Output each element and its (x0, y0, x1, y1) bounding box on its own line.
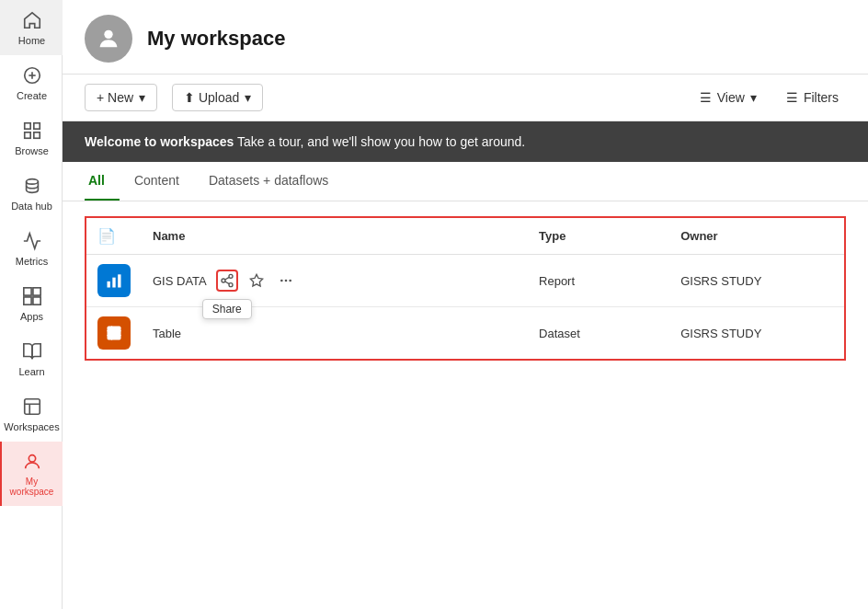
svg-rect-15 (108, 282, 110, 288)
myworkspace-icon (21, 451, 43, 473)
row1-name-group: GIS DATA Share (153, 270, 517, 292)
svg-rect-8 (23, 288, 30, 295)
row2-icon (97, 316, 131, 350)
col-icon-header: 📄 (86, 217, 142, 255)
row2-type: Dataset (528, 307, 669, 361)
svg-point-14 (104, 30, 112, 39)
row1-icon (97, 264, 131, 297)
banner-text: Take a tour, and we'll show you how to g… (237, 134, 525, 149)
svg-point-18 (229, 274, 233, 278)
svg-rect-10 (23, 297, 30, 304)
row1-owner-text: GISRS STUDY (680, 274, 761, 288)
svg-rect-6 (33, 132, 39, 138)
main-content: My workspace + New ▾ ⬆ Upload ▾ ☰ View ▾… (63, 0, 868, 609)
sidebar-item-browse[interactable]: Browse (0, 110, 63, 166)
filters-label: Filters (804, 90, 839, 105)
svg-point-26 (289, 280, 291, 282)
svg-rect-3 (24, 123, 29, 129)
row1-type: Report (528, 255, 669, 307)
share-button[interactable] (216, 270, 238, 292)
sidebar-item-apps[interactable]: Apps (0, 276, 63, 331)
learn-icon (21, 340, 43, 362)
sidebar-item-home[interactable]: Home (0, 0, 63, 55)
content-area: 📄 Name Type Owner (63, 201, 868, 609)
new-chevron: ▾ (139, 90, 145, 105)
sidebar-item-myworkspace[interactable]: My workspace (0, 442, 63, 506)
svg-point-24 (280, 280, 283, 282)
row1-name: GIS DATA (153, 274, 207, 288)
sidebar-label-learn: Learn (18, 366, 44, 377)
datahub-icon (21, 175, 43, 197)
sidebar-label-apps: Apps (20, 311, 43, 322)
metrics-icon (21, 230, 43, 252)
sidebar-item-create[interactable]: Create (0, 55, 63, 110)
row1-name-cell: GIS DATA Share (142, 255, 528, 307)
table-row: Table Dataset GISRS STUDY (86, 307, 845, 361)
tab-datasets[interactable]: Datasets + dataflows (194, 162, 343, 201)
svg-rect-9 (32, 288, 40, 295)
row1-owner: GISRS STUDY (669, 255, 845, 307)
svg-rect-12 (24, 399, 40, 415)
favorite-button[interactable] (246, 270, 268, 292)
more-button[interactable] (275, 270, 297, 292)
new-button[interactable]: + New ▾ (85, 84, 157, 111)
svg-rect-11 (32, 297, 40, 304)
row2-owner-text: GISRS STUDY (680, 327, 761, 340)
sidebar-label-home: Home (18, 35, 45, 46)
svg-rect-17 (118, 274, 120, 287)
share-tooltip-wrap: Share (216, 270, 238, 292)
toolbar-right: ☰ View ▾ ☰ Filters (692, 85, 846, 110)
tab-content[interactable]: Content (120, 162, 194, 201)
svg-marker-23 (250, 274, 262, 286)
apps-icon (21, 285, 43, 307)
upload-button[interactable]: ⬆ Upload ▾ (172, 84, 263, 111)
sidebar-item-learn[interactable]: Learn (0, 331, 63, 386)
svg-line-22 (224, 277, 229, 280)
new-label: + New (97, 90, 133, 105)
sidebar-label-datahub: Data hub (11, 201, 52, 212)
share-tooltip-text: Share (202, 299, 252, 319)
sidebar-item-workspaces[interactable]: Workspaces (0, 386, 63, 442)
filters-icon: ☰ (786, 90, 798, 105)
sidebar: Home Create Browse Data hub Metrics Apps (0, 0, 63, 609)
row1-actions: Share (216, 270, 297, 292)
table-row: GIS DATA Share (86, 255, 845, 307)
svg-point-7 (26, 179, 38, 185)
svg-point-19 (222, 279, 225, 282)
create-icon (21, 64, 43, 86)
svg-rect-5 (24, 132, 29, 138)
view-button[interactable]: ☰ View ▾ (692, 85, 764, 110)
row2-name-cell: Table (142, 307, 528, 361)
row2-name: Table (153, 327, 181, 340)
svg-rect-27 (108, 327, 121, 340)
row2-owner: GISRS STUDY (669, 307, 845, 361)
filters-button[interactable]: ☰ Filters (779, 85, 846, 110)
banner-bold: Welcome to workspaces (85, 134, 234, 149)
svg-point-25 (284, 280, 287, 282)
workspace-header: My workspace (63, 0, 868, 75)
home-icon (21, 9, 43, 31)
svg-point-13 (29, 455, 35, 462)
upload-chevron: ▾ (245, 90, 251, 105)
sidebar-label-myworkspace: My workspace (6, 477, 59, 497)
sidebar-item-metrics[interactable]: Metrics (0, 221, 63, 276)
view-label: View (717, 90, 745, 105)
workspaces-icon (21, 396, 43, 418)
svg-point-20 (229, 283, 233, 287)
sidebar-label-create: Create (17, 90, 47, 101)
page-title: My workspace (147, 27, 285, 51)
toolbar-left: + New ▾ ⬆ Upload ▾ (85, 84, 685, 111)
col-name-header: Name (142, 217, 528, 255)
sidebar-label-workspaces: Workspaces (4, 421, 59, 432)
welcome-banner: Welcome to workspaces Take a tour, and w… (63, 121, 868, 162)
tab-all[interactable]: All (85, 162, 120, 201)
avatar (85, 15, 132, 63)
row2-icon-cell (86, 307, 142, 361)
sidebar-item-datahub[interactable]: Data hub (0, 166, 63, 221)
toolbar: + New ▾ ⬆ Upload ▾ ☰ View ▾ ☰ Filters (63, 75, 868, 121)
items-table: 📄 Name Type Owner (85, 216, 846, 361)
col-type-header: Type (528, 217, 669, 255)
view-icon: ☰ (700, 90, 712, 105)
sidebar-label-metrics: Metrics (16, 256, 48, 267)
col-owner-header: Owner (669, 217, 845, 255)
